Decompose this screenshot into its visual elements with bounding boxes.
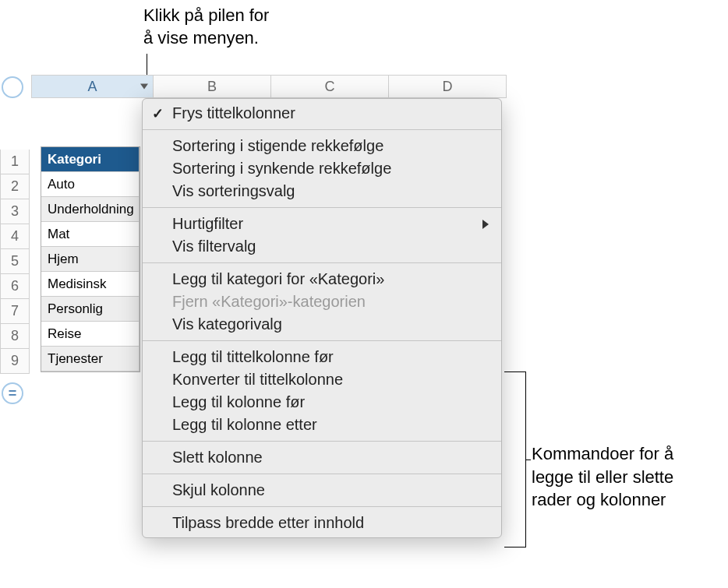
- row-header-4[interactable]: 4: [0, 224, 30, 249]
- menu-label: Sortering i synkende rekkefølge: [172, 160, 391, 178]
- column-header-a[interactable]: A: [31, 75, 154, 98]
- row-header-label: 8: [11, 328, 19, 344]
- menu-label: Legg til kolonne før: [172, 393, 305, 411]
- menu-separator: [143, 129, 501, 130]
- checkmark-icon: ✓: [152, 105, 164, 122]
- row-header-label: 9: [11, 353, 19, 369]
- cell-text: Reise: [48, 326, 81, 342]
- chevron-down-icon[interactable]: [140, 84, 148, 90]
- table-cell[interactable]: Medisinsk: [41, 272, 140, 297]
- table-row: Auto: [41, 172, 140, 197]
- select-all-handle[interactable]: [2, 76, 23, 98]
- menu-label: Vis kategorivalg: [172, 315, 282, 333]
- row-header-6[interactable]: 6: [0, 274, 30, 299]
- formula-button[interactable]: =: [2, 382, 23, 404]
- row-header-8[interactable]: 8: [0, 324, 30, 349]
- callout-top-text: Klikk på pilen for å vise menyen.: [143, 5, 269, 49]
- table-header-cell[interactable]: Kategori: [41, 147, 140, 172]
- menu-separator: [143, 474, 501, 474]
- menu-sort-options[interactable]: Vis sorteringsvalg: [143, 180, 501, 202]
- table-row: Reise: [41, 322, 140, 347]
- cell-text: Tjenester: [48, 351, 103, 367]
- menu-label: Frys tittelkolonner: [172, 104, 295, 122]
- menu-sort-ascending[interactable]: Sortering i stigende rekkefølge: [143, 135, 501, 157]
- row-header-2[interactable]: 2: [0, 174, 30, 199]
- menu-separator: [143, 506, 501, 507]
- row-header-1[interactable]: 1: [0, 150, 30, 174]
- menu-freeze-header-columns[interactable]: ✓ Frys tittelkolonner: [143, 102, 501, 125]
- table-cell[interactable]: Personlig: [41, 297, 140, 322]
- column-header-label: C: [325, 79, 335, 95]
- row-header-label: 6: [11, 278, 19, 294]
- menu-label: Konverter til tittelkolonne: [172, 371, 343, 389]
- menu-label: Slett kolonne: [172, 449, 263, 467]
- submenu-arrow-icon: [482, 220, 489, 229]
- row-header-7[interactable]: 7: [0, 299, 30, 324]
- menu-hide-column[interactable]: Skjul kolonne: [143, 479, 501, 502]
- row-header-3[interactable]: 3: [0, 199, 30, 224]
- menu-sort-descending[interactable]: Sortering i synkende rekkefølge: [143, 157, 501, 180]
- column-header-label: D: [443, 79, 453, 95]
- menu-label: Sortering i stigende rekkefølge: [172, 137, 383, 155]
- menu-separator: [143, 262, 501, 263]
- column-context-menu: ✓ Frys tittelkolonner Sortering i stigen…: [142, 98, 502, 538]
- column-header-c[interactable]: C: [271, 75, 389, 98]
- callout-right-text: Kommandoer for å legge til eller slette …: [532, 442, 673, 512]
- menu-quick-filter[interactable]: Hurtigfilter: [143, 213, 501, 235]
- menu-remove-category: Fjern «Kategori»-kategorien: [143, 290, 501, 313]
- row-header-5[interactable]: 5: [0, 249, 30, 274]
- menu-label: Legg til kolonne etter: [172, 416, 317, 434]
- table-header-row: Kategori: [41, 147, 140, 172]
- menu-label: Legg til kategori for «Kategori»: [172, 270, 384, 288]
- column-headers: A B C D: [31, 75, 507, 98]
- menu-label: Vis sorteringsvalg: [172, 182, 295, 200]
- equals-icon: =: [9, 386, 17, 402]
- menu-add-category[interactable]: Legg til kategori for «Kategori»: [143, 268, 501, 290]
- row-header-label: 2: [11, 178, 19, 195]
- table: Kategori Auto Underholdning Mat Hjem Med…: [41, 146, 140, 372]
- callout-right-bracket: [504, 371, 526, 548]
- table-cell[interactable]: Mat: [41, 222, 140, 247]
- table-row: Hjem: [41, 247, 140, 272]
- menu-add-column-before[interactable]: Legg til kolonne før: [143, 391, 501, 414]
- column-header-b[interactable]: B: [154, 75, 271, 98]
- menu-category-options[interactable]: Vis kategorivalg: [143, 313, 501, 336]
- menu-label: Skjul kolonne: [172, 481, 265, 499]
- menu-label: Fjern «Kategori»-kategorien: [172, 293, 366, 311]
- table-row: Mat: [41, 222, 140, 247]
- row-header-label: 7: [11, 303, 19, 319]
- menu-convert-to-header-column[interactable]: Konverter til tittelkolonne: [143, 368, 501, 391]
- column-header-d[interactable]: D: [389, 75, 507, 98]
- row-header-label: 1: [11, 153, 19, 170]
- menu-label: Tilpass bredde etter innhold: [172, 514, 364, 532]
- callout-right-bracket-stem: [526, 459, 531, 460]
- menu-filter-options[interactable]: Vis filtervalg: [143, 235, 501, 258]
- menu-separator: [143, 340, 501, 341]
- column-header-label: B: [207, 79, 217, 95]
- menu-label: Vis filtervalg: [172, 238, 256, 255]
- table-row: Underholdning: [41, 197, 140, 222]
- cell-text: Medisinsk: [48, 276, 107, 292]
- header-cell-text: Kategori: [48, 152, 101, 167]
- menu-delete-column[interactable]: Slett kolonne: [143, 446, 501, 469]
- menu-add-column-after[interactable]: Legg til kolonne etter: [143, 414, 501, 436]
- table-row: Medisinsk: [41, 272, 140, 297]
- table-cell[interactable]: Hjem: [41, 247, 140, 272]
- menu-fit-width[interactable]: Tilpass bredde etter innhold: [143, 512, 501, 534]
- menu-add-header-column-before[interactable]: Legg til tittelkolonne før: [143, 346, 501, 368]
- menu-separator: [143, 207, 501, 208]
- table-cell[interactable]: Reise: [41, 322, 140, 347]
- table-row: Personlig: [41, 297, 140, 322]
- cell-text: Underholdning: [48, 202, 134, 217]
- row-headers: 1 2 3 4 5 6 7 8 9: [0, 104, 30, 374]
- column-header-label: A: [87, 79, 97, 95]
- row-header-label: 5: [11, 253, 19, 269]
- cell-text: Personlig: [48, 301, 103, 317]
- table-cell[interactable]: Auto: [41, 172, 140, 197]
- table-cell[interactable]: Underholdning: [41, 197, 140, 222]
- row-header-9[interactable]: 9: [0, 349, 30, 374]
- table-row: Tjenester: [41, 347, 140, 371]
- menu-label: Legg til tittelkolonne før: [172, 348, 334, 366]
- table-cell[interactable]: Tjenester: [41, 347, 140, 371]
- menu-label: Hurtigfilter: [172, 215, 243, 233]
